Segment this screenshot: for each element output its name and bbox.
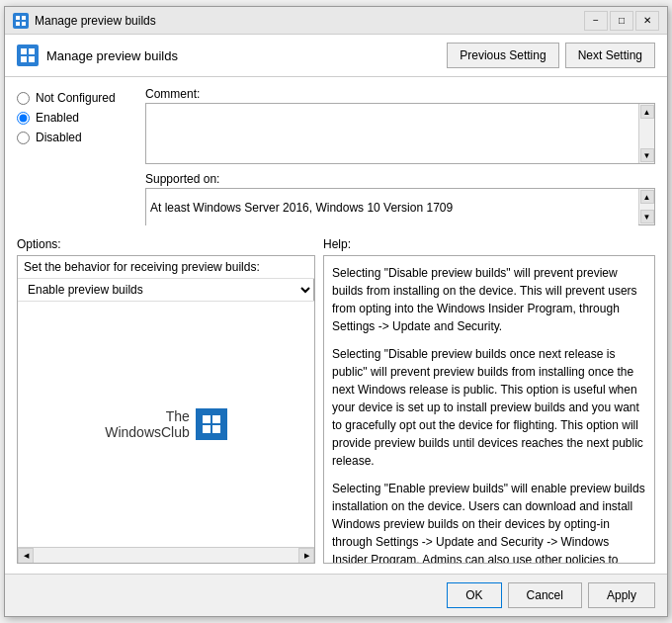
help-section-label: Help:: [323, 237, 655, 251]
svg-rect-3: [22, 22, 26, 26]
radio-enabled-label: Enabled: [36, 111, 79, 125]
supported-label: Supported on:: [145, 172, 655, 186]
comment-scrollbar: ▲ ▼: [638, 104, 654, 163]
comment-field: Comment: ▲ ▼: [145, 87, 655, 164]
radio-enabled[interactable]: Enabled: [17, 111, 135, 125]
svg-rect-4: [21, 48, 27, 54]
header-icon: [17, 44, 39, 66]
h-scroll-left[interactable]: ◀: [18, 548, 34, 564]
header-buttons: Previous Setting Next Setting: [447, 43, 655, 68]
next-setting-button[interactable]: Next Setting: [565, 43, 655, 68]
options-horizontal-scrollbar: ◀ ▶: [18, 547, 314, 563]
radio-not-configured[interactable]: Not Configured: [17, 91, 135, 105]
svg-rect-2: [16, 22, 20, 26]
logo-area: The WindowsClub: [105, 408, 227, 440]
supported-field: Supported on: At least Windows Server 20…: [145, 172, 655, 225]
help-para-3: Selecting "Enable preview builds" will e…: [332, 480, 646, 564]
comment-scroll-up[interactable]: ▲: [640, 105, 654, 119]
svg-rect-8: [203, 415, 210, 423]
svg-rect-6: [21, 56, 27, 62]
section-labels: Options: Help:: [17, 237, 655, 251]
h-scroll-track: [34, 548, 298, 564]
help-para-2: Selecting "Disable preview builds once n…: [332, 345, 646, 470]
cancel-button[interactable]: Cancel: [508, 582, 582, 608]
window-title: Manage preview builds: [35, 14, 584, 28]
close-button[interactable]: ✕: [635, 11, 659, 31]
ok-button[interactable]: OK: [447, 582, 501, 608]
maximize-button[interactable]: □: [610, 11, 633, 31]
dialog-title: Manage preview builds: [46, 48, 178, 63]
previous-setting-button[interactable]: Previous Setting: [447, 43, 558, 68]
apply-button[interactable]: Apply: [588, 582, 655, 608]
top-section: Not Configured Enabled Disabled Comment:: [17, 87, 655, 225]
window-controls: − □ ✕: [584, 11, 659, 31]
title-bar: Manage preview builds − □ ✕: [5, 7, 667, 35]
svg-rect-11: [212, 425, 220, 433]
radio-enabled-input[interactable]: [17, 112, 30, 125]
radio-disabled-label: Disabled: [36, 131, 82, 144]
svg-rect-1: [22, 16, 26, 20]
supported-scrollbar: ▲ ▼: [638, 189, 654, 224]
radio-not-configured-label: Not Configured: [36, 91, 116, 105]
right-fields: Comment: ▲ ▼ Supported on: At least Wind…: [145, 87, 655, 225]
main-window: Manage preview builds − □ ✕ Manage previ…: [4, 6, 668, 617]
svg-rect-9: [212, 415, 220, 423]
logo-line1: The: [105, 408, 190, 424]
svg-rect-7: [29, 56, 35, 62]
comment-scroll-down[interactable]: ▼: [640, 148, 654, 162]
comment-label: Comment:: [145, 87, 655, 101]
supported-scroll-up[interactable]: ▲: [640, 190, 654, 204]
bottom-panels: Set the behavior for receiving preview b…: [17, 255, 655, 564]
logo-line2: WindowsClub: [105, 424, 190, 440]
radio-disabled-input[interactable]: [17, 132, 30, 144]
help-panel: Selecting "Disable preview builds" will …: [323, 255, 655, 564]
options-dropdown[interactable]: Enable preview builds Disable preview bu…: [18, 279, 314, 301]
windows-club-icon: [196, 408, 227, 440]
window-icon: [13, 13, 29, 29]
svg-rect-10: [203, 425, 210, 433]
logo-text-block: The WindowsClub: [105, 408, 190, 440]
svg-rect-0: [16, 16, 20, 20]
options-description: Set the behavior for receiving preview b…: [18, 256, 314, 279]
header-left: Manage preview builds: [17, 44, 178, 66]
options-panel: Set the behavior for receiving preview b…: [17, 255, 315, 564]
main-content: Not Configured Enabled Disabled Comment:: [5, 77, 667, 574]
options-section-label: Options:: [17, 237, 323, 251]
svg-rect-5: [29, 48, 35, 54]
options-image-area: The WindowsClub: [18, 302, 314, 547]
radio-disabled[interactable]: Disabled: [17, 131, 135, 144]
comment-input[interactable]: [146, 104, 638, 163]
supported-scroll-down[interactable]: ▼: [640, 210, 654, 223]
supported-value: At least Windows Server 2016, Windows 10…: [146, 189, 638, 226]
minimize-button[interactable]: −: [584, 11, 608, 31]
options-dropdown-row: Enable preview builds Disable preview bu…: [18, 279, 314, 302]
help-para-1: Selecting "Disable preview builds" will …: [332, 264, 646, 335]
dialog-header: Manage preview builds Previous Setting N…: [5, 35, 667, 77]
radio-group: Not Configured Enabled Disabled: [17, 87, 135, 225]
radio-not-configured-input[interactable]: [17, 92, 30, 105]
dialog-footer: OK Cancel Apply: [5, 574, 667, 616]
h-scroll-right[interactable]: ▶: [298, 548, 314, 564]
